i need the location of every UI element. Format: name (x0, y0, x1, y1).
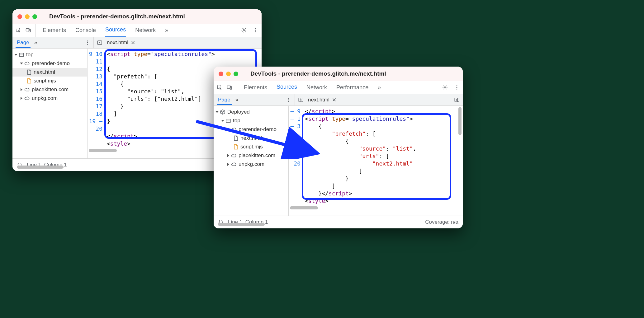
h-scrollbar[interactable] (89, 149, 117, 152)
window-h-scrollbar[interactable] (218, 223, 265, 226)
kebab-menu-icon[interactable] (454, 85, 460, 90)
file-tree: Deployed top prerender-demo next.html sc… (214, 106, 289, 216)
tree-file-next-html[interactable]: next.html (12, 68, 87, 77)
cloud-icon (24, 61, 30, 66)
minimize-window-icon[interactable] (226, 72, 231, 76)
gear-icon[interactable] (241, 27, 247, 33)
sidebar-menu-icon[interactable] (85, 40, 90, 45)
device-icon[interactable] (26, 27, 31, 33)
svg-point-18 (457, 85, 457, 86)
tree-top[interactable]: top (214, 116, 288, 125)
window-h-scrollbar[interactable] (17, 166, 64, 169)
toggle-navigator-icon[interactable] (298, 97, 304, 103)
tab-console[interactable]: Console (75, 24, 96, 37)
sidebar-tab-page[interactable]: Page (16, 38, 31, 48)
status-bar: Line 1, Column 1 Coverage: n/a (214, 216, 463, 228)
close-window-icon[interactable] (17, 14, 22, 19)
tab-sources[interactable]: Sources (277, 81, 297, 95)
close-tab-icon[interactable]: ✕ (131, 40, 135, 46)
maximize-window-icon[interactable] (32, 14, 37, 19)
tab-performance[interactable]: Performance (336, 81, 368, 94)
tab-elements[interactable]: Elements (43, 24, 66, 37)
toggle-navigator-icon[interactable] (97, 40, 102, 45)
svg-point-21 (288, 98, 289, 99)
tree-unpkg[interactable]: unpkg.com (214, 160, 288, 169)
devtools-window-b: DevTools - prerender-demos.glitch.me/nex… (214, 67, 463, 228)
svg-point-9 (87, 44, 88, 45)
tree-file-next-html[interactable]: next.html (214, 134, 288, 143)
inspect-icon[interactable] (16, 27, 21, 33)
sidebar-menu-icon[interactable] (286, 97, 291, 103)
tree-placekitten[interactable]: placekitten.com (214, 151, 288, 160)
window-title: DevTools - prerender-demos.glitch.me/nex… (49, 13, 185, 20)
device-icon[interactable] (227, 85, 232, 90)
box-icon (220, 109, 225, 115)
coverage-label: Coverage: n/a (425, 219, 458, 225)
tree-domain[interactable]: prerender-demo (214, 125, 288, 134)
minimize-window-icon[interactable] (25, 14, 30, 19)
titlebar: DevTools - prerender-demos.glitch.me/nex… (214, 67, 463, 81)
svg-point-23 (288, 101, 289, 102)
toggle-sidebar-right-icon[interactable] (454, 97, 460, 103)
sub-toolbar: Page » next.html ✕ (214, 94, 463, 106)
kebab-menu-icon[interactable] (253, 27, 258, 33)
main-toolbar: Elements Console Sources Network » (12, 24, 262, 37)
code-content: </script> <script type="speculationrules… (301, 106, 463, 216)
tree-file-script-mjs[interactable]: script.mjs (214, 143, 288, 151)
tree-deployed[interactable]: Deployed (214, 108, 288, 116)
cloud-icon (231, 153, 237, 158)
window-icon (225, 118, 231, 124)
code-editor[interactable]: – 9 – 1 – 3 – – – 6 – – – 20 </script> <… (289, 106, 463, 216)
svg-point-5 (255, 30, 256, 31)
cloud-icon (231, 161, 237, 167)
tree-domain[interactable]: prerender-demo (12, 59, 87, 68)
svg-point-22 (288, 100, 289, 101)
window-icon (19, 52, 24, 58)
tree-unpkg[interactable]: unpkg.com (12, 94, 87, 103)
svg-point-3 (243, 30, 245, 31)
maximize-window-icon[interactable] (234, 72, 238, 76)
file-icon (26, 78, 32, 84)
svg-point-8 (87, 42, 88, 43)
window-title: DevTools - prerender-demos.glitch.me/nex… (250, 70, 386, 77)
tab-sources[interactable]: Sources (105, 23, 126, 37)
svg-point-20 (457, 89, 457, 90)
svg-rect-12 (19, 53, 24, 57)
tab-elements[interactable]: Elements (244, 81, 267, 94)
svg-point-6 (255, 31, 256, 32)
file-tree: top prerender-demo next.html script.mjs … (12, 49, 88, 158)
close-tab-icon[interactable]: ✕ (332, 97, 336, 103)
open-file-tab[interactable]: next.html (107, 40, 128, 46)
sub-toolbar: Page » next.html ✕ (12, 37, 262, 49)
file-icon (26, 69, 32, 75)
close-window-icon[interactable] (219, 72, 223, 76)
gear-icon[interactable] (442, 85, 448, 90)
main-toolbar: Elements Sources Network Performance » (214, 81, 463, 94)
sidebar-tab-more[interactable]: » (34, 40, 37, 46)
cloud-icon (231, 127, 237, 132)
tab-more[interactable]: » (165, 24, 168, 37)
file-icon (233, 135, 239, 141)
tab-network[interactable]: Network (135, 24, 156, 37)
svg-point-19 (457, 87, 457, 88)
titlebar: DevTools - prerender-demos.glitch.me/nex… (12, 9, 262, 24)
svg-point-4 (255, 28, 256, 29)
inspect-icon[interactable] (217, 85, 222, 90)
sidebar-tab-page[interactable]: Page (217, 95, 232, 105)
v-scrollbar[interactable] (458, 107, 462, 135)
cloud-icon (24, 87, 30, 92)
cloud-icon (24, 96, 30, 101)
open-file-tab[interactable]: next.html (308, 97, 329, 103)
tree-top[interactable]: top (12, 50, 87, 59)
svg-rect-28 (226, 119, 230, 123)
svg-point-17 (444, 87, 446, 88)
tab-more[interactable]: » (378, 81, 381, 94)
sidebar-tab-more[interactable]: » (235, 97, 238, 103)
tree-file-script-mjs[interactable]: script.mjs (12, 77, 87, 85)
file-icon (233, 144, 239, 150)
svg-point-7 (87, 40, 88, 41)
tab-network[interactable]: Network (306, 81, 327, 94)
h-scrollbar[interactable] (290, 206, 318, 209)
tree-placekitten[interactable]: placekitten.com (12, 85, 87, 94)
